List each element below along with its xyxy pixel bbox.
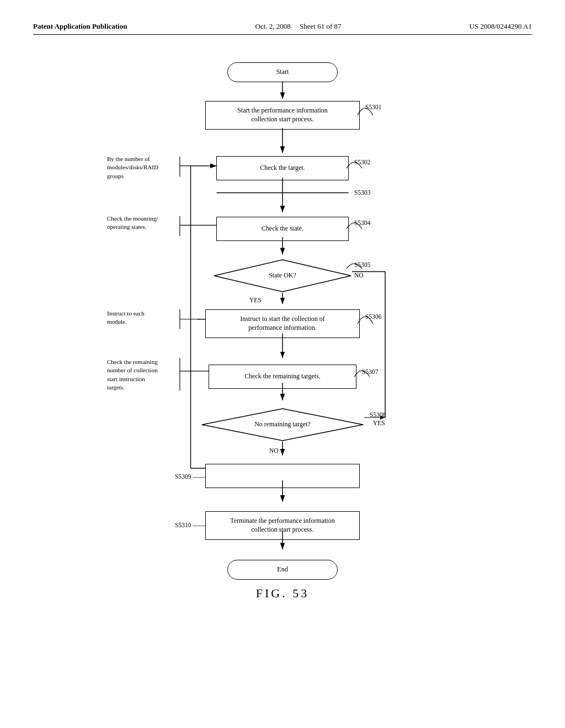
- s5305-label: State OK?: [269, 271, 296, 280]
- s5308-label: No remaining target?: [254, 420, 311, 429]
- sheet-label: Sheet 61 of 87: [300, 22, 341, 30]
- s5301-arrow-curve: [358, 101, 374, 117]
- s5306-box: Instruct to start the collection ofperfo…: [205, 309, 360, 338]
- step-s5309: S5309 ——: [175, 473, 205, 480]
- s5306-label: Instruct to start the collection ofperfo…: [240, 315, 325, 332]
- no5305-label: NO: [354, 272, 364, 279]
- s5302-label: Check the target.: [260, 164, 305, 173]
- s5309-box: [205, 464, 360, 488]
- yes5305-label: YES: [249, 297, 262, 303]
- annotation-2: Check the mounting/operating states.: [107, 215, 158, 232]
- s5302-box: Check the target.: [216, 156, 349, 180]
- s5307-label: Check the remaining targets.: [244, 372, 321, 381]
- start-label: Start: [276, 68, 289, 77]
- s5302-arrow-curve: [347, 156, 363, 173]
- s5301-box: Start the performance informationcollect…: [205, 101, 360, 130]
- page: Patent Application Publication Oct. 2, 2…: [0, 0, 565, 728]
- figure-caption: FIG. 53: [33, 586, 532, 601]
- end-label: End: [277, 565, 287, 574]
- s5308-diamond: No remaining target?: [201, 408, 364, 442]
- date-label: Oct. 2, 2008 Sheet 61 of 87: [255, 22, 342, 31]
- s5306-arrow-curve: [358, 309, 374, 326]
- patent-number: US 2008/0244290 A1: [470, 22, 532, 31]
- end-shape: End: [227, 560, 338, 580]
- s5310-box: Terminate the performance informationcol…: [205, 511, 360, 540]
- flowchart: Start Start the performance informationc…: [67, 51, 498, 575]
- s5307-arrow-curve: [354, 365, 371, 381]
- s5304-arrow-curve: [347, 217, 363, 233]
- page-header: Patent Application Publication Oct. 2, 2…: [33, 22, 532, 35]
- start-shape: Start: [227, 62, 338, 82]
- s5304-label: Check the state.: [262, 224, 303, 233]
- step-s5308: S5308: [370, 411, 386, 418]
- annotation-1: By the number ofmodules/disks/RAIDgroups: [107, 155, 158, 180]
- no5308-label: NO: [269, 447, 279, 454]
- step-s5310: S5310 ——: [175, 522, 205, 528]
- s5301-label: Start the performance informationcollect…: [237, 106, 328, 124]
- yes5308-label: YES: [373, 420, 385, 426]
- publication-label: Patent Application Publication: [33, 22, 127, 31]
- s5307-box: Check the remaining targets.: [209, 365, 356, 389]
- step-s5303: S5303: [354, 189, 370, 196]
- s5305-diamond: State OK?: [213, 259, 352, 293]
- figure-caption-text: FIG. 53: [256, 586, 309, 600]
- s5310-label: Terminate the performance informationcol…: [230, 517, 334, 534]
- annotation-4: Check the remainingnumber of collections…: [107, 358, 158, 392]
- s5304-box: Check the state.: [216, 217, 349, 241]
- annotation-3: Instruct to eachmodule.: [107, 309, 145, 326]
